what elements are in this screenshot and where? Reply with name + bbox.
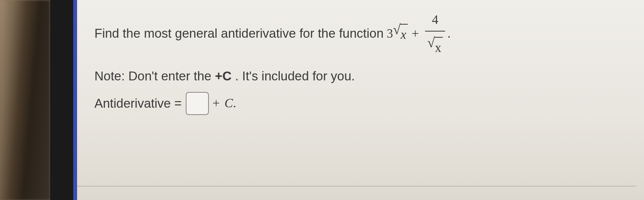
answer-plus: + (213, 96, 223, 110)
prompt-text: Find the most general antiderivative for… (94, 23, 383, 44)
answer-row: Antiderivative = + C. (94, 92, 627, 115)
sqrt-radicand: x (400, 24, 408, 45)
plus-operator: + (412, 23, 419, 44)
denominator-sqrt: √ x (427, 36, 443, 58)
note-text: Note: Don't enter the +C . It's included… (94, 69, 627, 83)
note-prefix: Note: Don't enter the (94, 69, 215, 83)
sqrt-x-term: √ x (393, 23, 408, 45)
answer-period: . (233, 96, 236, 110)
question-panel: Find the most general antiderivative for… (77, 0, 644, 200)
question-prompt: Find the most general antiderivative for… (94, 10, 627, 58)
denom-sqrt-radicand: x (434, 37, 443, 58)
note-plus-c: +C (215, 69, 232, 83)
fraction-denominator: √ x (425, 32, 445, 58)
answer-label: Antiderivative = (94, 96, 182, 111)
note-suffix: . It's included for you. (232, 69, 355, 83)
screen-bezel (50, 0, 73, 200)
fraction-term: 4 √ x (425, 10, 445, 58)
antiderivative-input[interactable] (186, 92, 209, 115)
section-divider (77, 186, 636, 187)
answer-constant-c: C (224, 96, 233, 110)
coefficient-3: 3 (387, 23, 393, 44)
expression-period: . (447, 23, 451, 44)
fraction-numerator: 4 (430, 10, 441, 31)
function-expression: 3 √ x + 4 √ x . (387, 10, 451, 58)
screen-blue-edge (73, 0, 77, 200)
photo-background-edge (0, 0, 50, 200)
answer-suffix: + C. (213, 96, 236, 110)
